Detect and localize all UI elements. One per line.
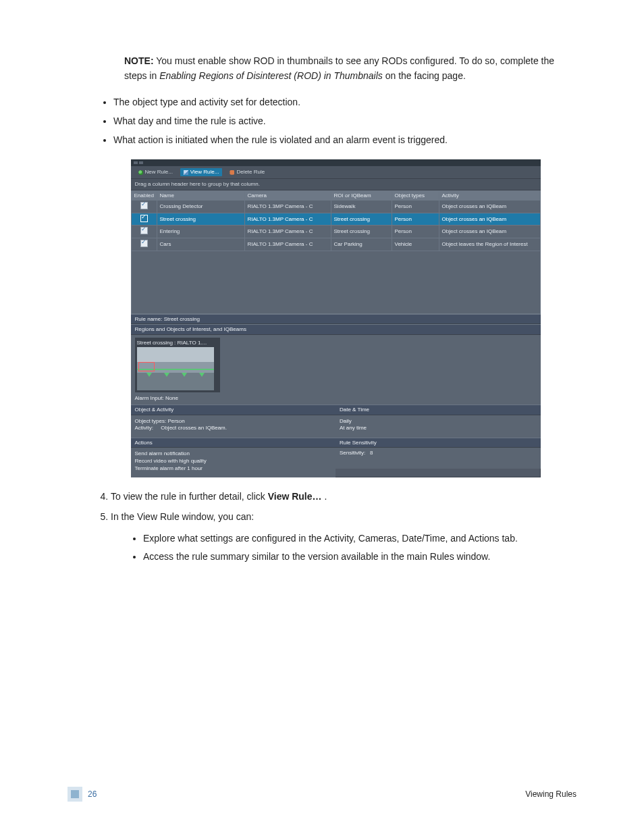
col-camera[interactable]: Camera	[244, 190, 331, 201]
col-types[interactable]: Object types	[392, 190, 439, 201]
cell-types: Person	[392, 226, 439, 238]
cell-roi: Street crossing	[331, 226, 392, 238]
cell-enabled[interactable]	[131, 201, 157, 213]
step5-text: In the View Rule window, you can:	[111, 511, 254, 522]
roi-thumb-image	[137, 347, 214, 390]
object-types-value: Person	[167, 418, 184, 424]
cell-camera: RIALTO 1.3MP Camera - C	[244, 226, 331, 238]
date-time-head: Date & Time	[336, 405, 541, 415]
cell-types: Person	[392, 201, 439, 213]
delete-rule-button[interactable]: Delete Rule	[226, 168, 268, 176]
numbered-steps: To view the rule in further detail, clic…	[95, 490, 576, 565]
footer-logo-group: 26	[68, 787, 97, 802]
new-rule-button[interactable]: New Rule...	[135, 168, 176, 176]
table-row[interactable]: EnteringRIALTO 1.3MP Camera - CStreet cr…	[131, 226, 540, 238]
cell-enabled[interactable]	[131, 213, 157, 226]
date-time-l1: Daily	[340, 418, 537, 425]
checkbox-icon[interactable]	[140, 215, 148, 222]
page-number: 26	[88, 788, 97, 801]
roi-thumb-title: Street crossing : RIALTO 1....	[137, 340, 218, 346]
rule-name-row: Rule name: Street crossing	[131, 314, 541, 325]
delete-rule-label: Delete Rule	[236, 169, 265, 176]
cell-roi: Car Parking	[331, 238, 392, 251]
rule-name-label: Rule name:	[135, 316, 163, 322]
roi-detail: Street crossing : RIALTO 1.... Alarm Inp…	[131, 335, 541, 405]
cell-activity: Object leaves the Region of Interest	[439, 238, 540, 251]
cell-camera: RIALTO 1.3MP Camera - C	[244, 213, 331, 226]
col-roi[interactable]: ROI or IQBeam	[331, 190, 392, 201]
toolbar: New Rule... View Rule... Delete Rule	[131, 166, 541, 179]
window-titlebar	[131, 159, 541, 166]
roi-thumbnail[interactable]: Street crossing : RIALTO 1....	[135, 338, 220, 393]
bullet-item: The object type and activity set for det…	[113, 95, 576, 110]
sensitivity-label: Sensitivity:	[340, 450, 365, 456]
actions-head: Actions	[131, 438, 336, 448]
object-datetime-row: Object & Activity Object types: Person A…	[131, 405, 541, 438]
checkbox-icon[interactable]	[140, 240, 148, 247]
cell-name: Cars	[157, 238, 244, 251]
roi-section-head: Regions and Objects of Interest, and IQB…	[131, 324, 541, 335]
step-5: In the View Rule window, you can: Explor…	[111, 510, 576, 565]
activity-label: Activity:	[135, 425, 154, 431]
object-activity-body: Object types: Person Activity: Object cr…	[131, 415, 336, 438]
cell-enabled[interactable]	[131, 226, 157, 238]
actions-l3: Terminate alarm after 1 hour	[135, 465, 332, 472]
note-block: NOTE: You must enable show ROD in thumbn…	[124, 54, 576, 83]
delete-icon	[230, 170, 234, 175]
cell-camera: RIALTO 1.3MP Camera - C	[244, 238, 331, 251]
alarm-input-row: Alarm Input: None	[135, 395, 537, 402]
step4-c: .	[324, 491, 327, 502]
bullet-item: What day and time the rule is active.	[113, 114, 576, 129]
actions-l2: Record video with high quality	[135, 458, 332, 465]
cell-roi: Street crossing	[331, 213, 392, 226]
actions-sensitivity-row: Actions Send alarm notification Record v…	[131, 438, 541, 477]
date-time-body: Daily At any time	[336, 415, 541, 438]
cell-activity: Object crosses an IQBeam	[439, 226, 540, 238]
step4-a: To view the rule in further detail, clic…	[111, 491, 268, 502]
table-row[interactable]: Street crossingRIALTO 1.3MP Camera - CSt…	[131, 213, 540, 226]
table-row[interactable]: CarsRIALTO 1.3MP Camera - CCar ParkingVe…	[131, 238, 540, 251]
view-rule-button[interactable]: View Rule...	[180, 168, 223, 176]
checkbox-icon[interactable]	[140, 202, 148, 209]
col-activity[interactable]: Activity	[439, 190, 540, 201]
cell-activity: Object crosses an IQBeam	[439, 213, 540, 226]
rule-name-value: Street crossing	[164, 316, 200, 322]
bullet-item: What action is initiated when the rule i…	[113, 133, 576, 148]
logo-icon	[68, 787, 82, 802]
activity-value: Object crosses an IQBeam.	[161, 425, 227, 431]
grid-empty-area	[131, 251, 541, 314]
cell-activity: Object crosses an IQBeam	[439, 201, 540, 213]
step-4: To view the rule in further detail, clic…	[111, 490, 576, 504]
alarm-input-label: Alarm Input:	[135, 395, 164, 401]
view-icon	[184, 170, 188, 175]
cell-enabled[interactable]	[131, 238, 157, 251]
app-screenshot: New Rule... View Rule... Delete Rule Dra…	[131, 159, 541, 477]
sensitivity-body: Sensitivity: 8	[336, 448, 541, 469]
cell-name: Entering	[157, 226, 244, 238]
note-label: NOTE:	[124, 55, 154, 66]
cell-camera: RIALTO 1.3MP Camera - C	[244, 201, 331, 213]
object-activity-head: Object & Activity	[131, 405, 336, 415]
date-time-l2: At any time	[340, 425, 537, 432]
col-enabled[interactable]: Enabled	[131, 190, 157, 201]
sub-bullet: Explore what settings are configured in …	[143, 531, 576, 546]
note-text-b: on the facing page.	[385, 70, 466, 81]
view-rule-label: View Rule...	[190, 169, 219, 176]
cell-name: Street crossing	[157, 213, 244, 226]
rules-grid: Enabled Name Camera ROI or IQBeam Object…	[131, 190, 541, 251]
checkbox-icon[interactable]	[140, 227, 148, 234]
step4-b: View Rule…	[268, 491, 322, 502]
cell-roi: Sidewalk	[331, 201, 392, 213]
actions-body: Send alarm notification Record video wit…	[131, 448, 336, 477]
group-hint: Drag a column header here to group by th…	[131, 179, 541, 190]
actions-l1: Send alarm notification	[135, 450, 332, 457]
note-em: Enabling Regions of Disinterest (ROD) in…	[159, 70, 383, 81]
sub-bullet: Access the rule summary similar to the v…	[143, 550, 576, 565]
table-row[interactable]: Crossing DetectorRIALTO 1.3MP Camera - C…	[131, 201, 540, 213]
object-types-label: Object types:	[135, 418, 167, 424]
cell-types: Person	[392, 213, 439, 226]
grid-header: Enabled Name Camera ROI or IQBeam Object…	[131, 190, 540, 201]
col-name[interactable]: Name	[157, 190, 244, 201]
alarm-input-value: None	[165, 395, 178, 401]
new-rule-label: New Rule...	[145, 169, 173, 176]
